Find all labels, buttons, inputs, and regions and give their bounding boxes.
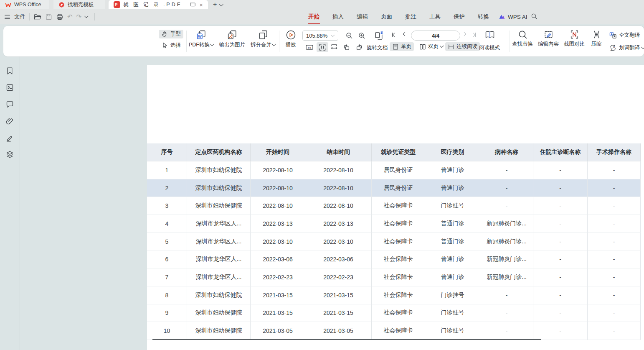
split-merge-label: 拆分合并 bbox=[251, 41, 271, 49]
table-cell: 2021-03-05 bbox=[251, 322, 305, 340]
left-sidebar bbox=[0, 56, 20, 350]
split-merge-button[interactable]: 拆分合并 bbox=[249, 29, 277, 49]
table-cell: 社会保障卡 bbox=[372, 233, 425, 251]
table-cell: 8 bbox=[147, 286, 187, 304]
menu-protect[interactable]: 保护 bbox=[453, 12, 465, 21]
zoom-out-icon[interactable] bbox=[345, 31, 353, 40]
monitor-icon[interactable] bbox=[190, 2, 196, 8]
select-tool-button[interactable]: 选择 bbox=[159, 41, 183, 50]
table-cell: - bbox=[480, 286, 533, 304]
column-header: 手术操作名称 bbox=[588, 143, 641, 161]
page-indicator-input[interactable]: 4/4 bbox=[411, 31, 460, 41]
redo-icon[interactable]: ↷ bbox=[76, 13, 82, 20]
table-cell: 4 bbox=[147, 215, 187, 233]
table-cell: 2022-08-10 bbox=[251, 161, 305, 179]
menu-home[interactable]: 开始 bbox=[308, 12, 320, 21]
first-page-icon[interactable] bbox=[392, 33, 396, 37]
undo-icon[interactable]: ↶ bbox=[67, 13, 73, 20]
edit-content-button[interactable]: 编辑内容 bbox=[535, 29, 561, 48]
next-page-icon[interactable] bbox=[463, 33, 466, 36]
last-page-icon[interactable] bbox=[472, 33, 476, 37]
export-image-button[interactable]: 输出为图片 bbox=[217, 29, 248, 49]
tab-list-chevron-icon[interactable] bbox=[219, 2, 223, 6]
wps-ai-menu[interactable]: WPS AI bbox=[499, 9, 527, 24]
comment-icon[interactable] bbox=[5, 100, 14, 109]
divider bbox=[29, 13, 30, 20]
menu-insert[interactable]: 插入 bbox=[332, 12, 344, 21]
file-menu[interactable]: 文件 bbox=[14, 13, 25, 20]
table-row: 1深圳市妇幼保健院2022-08-102022-08-10居民身份证普通门诊--… bbox=[147, 161, 641, 179]
tab-medical-record-pdf[interactable]: P 就 医 记 录 .PDF × bbox=[109, 0, 208, 9]
read-mode-icon[interactable] bbox=[484, 29, 495, 40]
signature-icon[interactable] bbox=[5, 133, 14, 142]
table-cell: 2021-03-15 bbox=[251, 286, 305, 304]
pdf-page[interactable]: 序号 定点医药机构名称 开始时间 结束时间 就诊凭证类型 医疗类别 病种名称 住… bbox=[147, 65, 644, 350]
tab-docer-templates[interactable]: 找稻壳模板 bbox=[53, 0, 105, 9]
rotate-left-icon[interactable] bbox=[342, 43, 351, 51]
new-tab-button[interactable]: + bbox=[213, 1, 217, 8]
bookmark-icon[interactable] bbox=[5, 66, 14, 75]
read-mode-label[interactable]: 阅读模式 bbox=[479, 44, 500, 51]
menu-edit[interactable]: 编辑 bbox=[356, 12, 368, 21]
find-replace-button[interactable]: 查找替换 bbox=[510, 29, 535, 48]
search-icon[interactable] bbox=[530, 13, 538, 20]
table-cell: 9 bbox=[147, 304, 187, 322]
table-cell: 3 bbox=[147, 197, 187, 215]
wps-ai-logo-icon bbox=[499, 13, 505, 20]
full-translate-button[interactable]: A 全文翻译 bbox=[606, 31, 642, 40]
open-folder-icon[interactable] bbox=[33, 13, 41, 20]
word-translate-button[interactable]: A文 划词翻译 bbox=[606, 43, 644, 53]
menu-page[interactable]: 页面 bbox=[380, 12, 393, 21]
play-button[interactable]: 播放 bbox=[282, 29, 299, 49]
column-header: 结束时间 bbox=[305, 143, 372, 161]
table-cell: - bbox=[588, 161, 641, 179]
close-tab-icon[interactable]: × bbox=[199, 1, 203, 8]
column-header: 开始时间 bbox=[251, 143, 305, 161]
table-cell: 2022-02-23 bbox=[251, 268, 305, 286]
zoom-in-icon[interactable] bbox=[357, 31, 366, 40]
table-cell: 2 bbox=[147, 179, 187, 197]
export-image-label: 输出为图片 bbox=[219, 41, 246, 49]
menu-annotate[interactable]: 批注 bbox=[405, 12, 417, 21]
table-cell: - bbox=[588, 197, 641, 215]
table-row: 5深圳市龙华区人...2022-03-102022-03-10社会保障卡普通门诊… bbox=[147, 233, 641, 251]
continuous-read-button[interactable]: 连续阅读 bbox=[445, 42, 480, 51]
menu-convert[interactable]: 转换 bbox=[477, 12, 489, 21]
table-cell: - bbox=[588, 286, 641, 304]
thumbnails-icon[interactable] bbox=[5, 83, 14, 92]
save-icon[interactable] bbox=[45, 13, 52, 20]
table-cell: 2021-03-05 bbox=[305, 322, 372, 340]
table-cell: 2022-08-10 bbox=[251, 197, 305, 215]
table-cell: 门诊挂号 bbox=[425, 322, 480, 340]
actual-size-icon[interactable]: 1:1 bbox=[305, 43, 314, 51]
single-page-button[interactable]: 单页 bbox=[390, 42, 414, 51]
rotate-doc-label[interactable]: 旋转文档 bbox=[367, 44, 388, 51]
table-cell: - bbox=[588, 322, 641, 340]
fit-width-icon[interactable] bbox=[330, 43, 338, 51]
layers-icon[interactable] bbox=[5, 150, 14, 159]
table-cell: - bbox=[533, 250, 588, 268]
double-page-button[interactable]: 双页 bbox=[417, 42, 446, 51]
zoom-level-select[interactable]: 105.88% bbox=[302, 31, 338, 41]
compress-button[interactable]: 压缩 bbox=[587, 29, 606, 48]
replace-pages-icon[interactable] bbox=[374, 31, 384, 41]
prev-page-icon[interactable] bbox=[403, 33, 406, 36]
table-cell: - bbox=[588, 233, 641, 251]
table-cell: 深圳市妇幼保健院 bbox=[187, 161, 251, 179]
hand-tool-button[interactable]: 手型 bbox=[159, 30, 183, 38]
pdf-convert-label: PDF转换 bbox=[189, 41, 210, 49]
table-cell: 深圳市妇幼保健院 bbox=[187, 197, 251, 215]
tab-wps-office[interactable]: WPS Office bbox=[0, 0, 49, 9]
rotate-right-icon[interactable] bbox=[355, 43, 363, 51]
menu-tools[interactable]: 工具 bbox=[429, 12, 441, 21]
pdf-convert-button[interactable]: W PDF转换 bbox=[188, 29, 214, 49]
screenshot-compare-button[interactable]: 截图对比 bbox=[561, 29, 587, 48]
fit-page-icon[interactable] bbox=[317, 42, 328, 52]
hamburger-icon[interactable] bbox=[4, 14, 10, 20]
print-icon[interactable] bbox=[56, 13, 63, 20]
history-chevron-icon[interactable] bbox=[84, 14, 89, 18]
attachment-icon[interactable] bbox=[5, 117, 14, 125]
table-cell: - bbox=[533, 322, 588, 340]
svg-text:A: A bbox=[613, 45, 615, 48]
tab-label: 就 医 记 录 .PDF bbox=[123, 1, 182, 8]
